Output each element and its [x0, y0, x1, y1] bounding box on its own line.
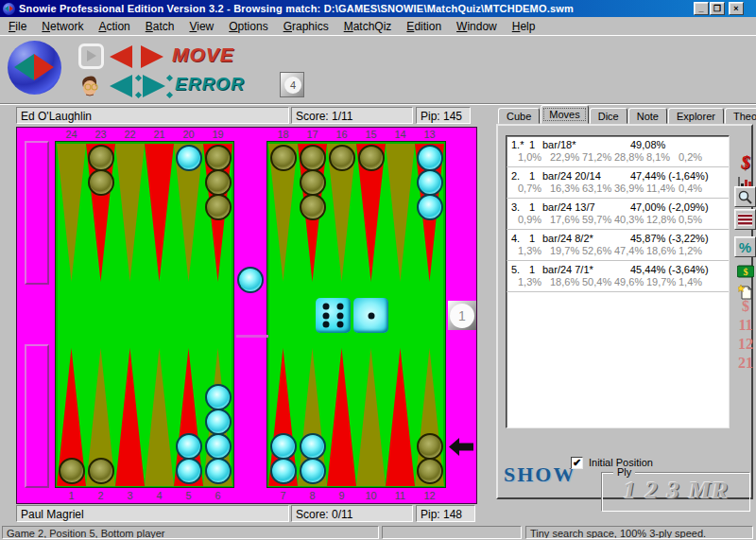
checker-cyan[interactable]: [270, 458, 297, 484]
checker-cyan[interactable]: [417, 169, 443, 196]
zoom-icon[interactable]: [734, 186, 756, 207]
sidebar-label-21[interactable]: 21: [733, 355, 756, 372]
move-equity: 45,87% (-3,22%): [630, 233, 729, 245]
ply-button-3[interactable]: 3: [667, 477, 679, 504]
checker-olive[interactable]: [300, 145, 326, 171]
ply-button-1[interactable]: 1: [624, 477, 636, 504]
checker-olive[interactable]: [300, 194, 326, 220]
tab-moves[interactable]: Moves: [541, 105, 588, 124]
status-left: Game 2, Position 5, Bottom player: [2, 526, 379, 539]
close-button[interactable]: ×: [729, 2, 744, 15]
menu-item-edition[interactable]: Edition: [399, 18, 449, 35]
backgammon-board: 1 24232221201918171615141312345678910111…: [16, 127, 477, 504]
checker-cyan[interactable]: [176, 145, 202, 171]
move-next-icon[interactable]: [141, 45, 163, 68]
tab-dice[interactable]: Dice: [590, 108, 627, 124]
error-prev-icon[interactable]: [110, 75, 132, 97]
sidebar-label-12[interactable]: 12: [733, 336, 756, 353]
app-icon[interactable]: [3, 3, 15, 15]
checker-olive[interactable]: [88, 169, 114, 196]
checker-cyan[interactable]: [237, 267, 264, 293]
checker-olive[interactable]: [88, 458, 114, 484]
point-number-12: 12: [419, 490, 441, 501]
tab-cube[interactable]: Cube: [498, 108, 540, 124]
stripes-icon[interactable]: [734, 209, 756, 230]
checker-olive[interactable]: [205, 169, 232, 196]
checker-olive[interactable]: [300, 169, 326, 196]
move-row-4[interactable]: 4.1bar/24 8/2*45,87% (-3,22%)1,3%19,7%52…: [507, 230, 729, 261]
checker-cyan[interactable]: [300, 433, 326, 460]
error-counter[interactable]: 4: [280, 72, 304, 97]
checker-cyan[interactable]: [417, 145, 443, 171]
checker-olive[interactable]: [358, 145, 385, 171]
checker-olive[interactable]: [417, 458, 443, 484]
ply-button-r[interactable]: R: [712, 477, 728, 504]
menu-item-matchqiz[interactable]: MatchQiz: [336, 18, 400, 35]
checker-olive[interactable]: [417, 433, 443, 460]
menu-item-action[interactable]: Action: [91, 18, 137, 35]
checker-cyan[interactable]: [205, 409, 232, 435]
svg-text:$: $: [744, 267, 748, 277]
probability-value: 36,9%: [614, 183, 646, 195]
move-row-2[interactable]: 2.1bar/24 20/1447,44% (-1,64%)0,7%16,3%6…: [507, 167, 729, 199]
point-number-14: 14: [389, 129, 412, 140]
tab-theory[interactable]: Theory: [725, 108, 756, 124]
move-row-3[interactable]: 3.1bar/24 13/747,00% (-2,09%)0,9%17,6%59…: [507, 199, 729, 230]
money-icon[interactable]: $: [735, 265, 756, 282]
moves-list[interactable]: 1.*1bar/18*49,08%1,0%22,9%71,2%28,8%8,1%…: [506, 135, 730, 428]
ply-button-m[interactable]: M: [689, 477, 711, 504]
checker-cyan[interactable]: [205, 433, 232, 460]
checker-olive[interactable]: [270, 145, 297, 171]
checker-cyan[interactable]: [417, 194, 443, 220]
point-number-15: 15: [360, 129, 383, 140]
point-number-22: 22: [119, 129, 142, 140]
menu-item-options[interactable]: Options: [221, 18, 275, 35]
die-pip: [336, 303, 343, 309]
checker-cyan[interactable]: [270, 433, 297, 460]
minimize-button[interactable]: _: [694, 2, 709, 15]
move-prev-icon[interactable]: [110, 45, 132, 68]
move-row-5[interactable]: 5.1bar/24 7/1*45,44% (-3,64%)1,3%18,6%50…: [507, 261, 729, 292]
checker-olive[interactable]: [88, 145, 114, 171]
menu-item-view[interactable]: View: [181, 18, 221, 35]
restore-button[interactable]: ❐: [710, 2, 725, 15]
menu-item-batch[interactable]: Batch: [138, 18, 182, 35]
play-button[interactable]: [78, 44, 104, 69]
menu-item-graphics[interactable]: Graphics: [276, 18, 336, 35]
player-face-icon[interactable]: [80, 76, 100, 101]
die-1[interactable]: [353, 298, 388, 333]
tab-explorer[interactable]: Explorer: [668, 108, 724, 124]
top-player-score: Score: 1/11: [291, 107, 413, 124]
menu-item-window[interactable]: Window: [449, 18, 505, 35]
doubling-cube[interactable]: 1: [448, 301, 476, 330]
checker-olive[interactable]: [329, 145, 355, 171]
die-pip: [323, 303, 330, 309]
error-next-icon[interactable]: [143, 75, 165, 97]
menu-item-help[interactable]: Help: [505, 18, 543, 35]
sidebar-label-dollar[interactable]: $: [733, 298, 756, 315]
checker-cyan[interactable]: [205, 458, 232, 484]
percent-icon[interactable]: %: [734, 236, 756, 257]
checker-cyan[interactable]: [300, 458, 326, 484]
die-6[interactable]: [316, 298, 351, 333]
menu-item-file[interactable]: File: [1, 18, 34, 35]
window-title: Snowie Professional Edition Version 3.2 …: [19, 3, 574, 14]
ply-button-2[interactable]: 2: [645, 477, 658, 504]
bar-divider: [236, 335, 268, 338]
probability-value: 17,6%: [550, 214, 582, 226]
checker-olive[interactable]: [205, 194, 232, 220]
sidebar-label-11[interactable]: 11: [733, 317, 756, 334]
checker-cyan[interactable]: [176, 458, 202, 484]
snowie-dollar-icon[interactable]: $: [735, 153, 756, 171]
checker-olive[interactable]: [59, 458, 85, 484]
probability-value: 18,6%: [646, 245, 679, 257]
tab-note[interactable]: Note: [628, 108, 667, 124]
initial-position-checkbox[interactable]: ✔: [571, 457, 583, 469]
checker-olive[interactable]: [205, 145, 232, 171]
menu-item-network[interactable]: Network: [34, 18, 91, 35]
menu-bar: FileNetworkActionBatchViewOptionsGraphic…: [0, 17, 756, 36]
move-notation: bar/18*: [542, 139, 630, 151]
checker-cyan[interactable]: [176, 433, 202, 460]
move-row-1[interactable]: 1.*1bar/18*49,08%1,0%22,9%71,2%28,8%8,1%…: [507, 136, 729, 167]
checker-cyan[interactable]: [205, 384, 232, 410]
